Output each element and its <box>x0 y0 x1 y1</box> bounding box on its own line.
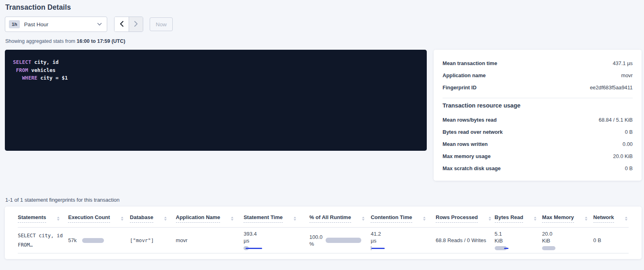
table-header-row: Statements Execution Count Database Appl… <box>18 214 629 228</box>
contention-value: 41.2 <box>371 230 431 237</box>
summary-label: Mean transaction time <box>443 60 497 66</box>
transaction-details-page: Transaction Details 1h Past Hour Now Sho… <box>0 0 644 263</box>
runtime-value: 100.0 <box>309 234 323 240</box>
next-time-button[interactable] <box>129 17 143 32</box>
sort-icon[interactable] <box>489 217 491 221</box>
cell-application-name: movr <box>176 228 244 253</box>
contention-bar <box>371 246 389 250</box>
summary-value: movr <box>621 72 633 78</box>
statements-caption: 1-1 of 1 statement fingerprints for this… <box>5 197 642 203</box>
bytes-read-unit: KiB <box>495 237 537 244</box>
statements-table: Statements Execution Count Database Appl… <box>18 214 629 253</box>
now-button[interactable]: Now <box>150 17 173 31</box>
sql-line: SELECT city, id <box>13 58 419 66</box>
sort-icon[interactable] <box>423 217 426 221</box>
sql-keyword: WHERE <box>22 75 38 81</box>
cell-contention-time: 41.2 µs <box>371 228 436 253</box>
summary-label: Max memory usage <box>443 153 491 159</box>
time-range-dropdown[interactable]: 1h Past Hour <box>5 17 107 32</box>
column-header-statements[interactable]: Statements <box>18 214 68 228</box>
cell-rows-processed: 68.8 Reads / 0 Writes <box>436 228 495 253</box>
summary-value: 68.84 / 5.1 KiB <box>599 117 633 123</box>
stats-caption: Showing aggregated stats from 16:00 to 1… <box>5 38 642 44</box>
summary-label: Bytes read over network <box>443 129 503 135</box>
max-memory-unit: KiB <box>542 237 589 244</box>
prev-time-button[interactable] <box>114 17 129 32</box>
cell-execution-count: 57k <box>68 228 130 253</box>
column-header-bytes-read[interactable]: Bytes Read <box>495 214 542 228</box>
sort-icon[interactable] <box>294 217 296 221</box>
cell-statement: SELECT city, id FROM… <box>18 228 68 253</box>
summary-row: Fingerprint ID ee2df683f5aa9411 <box>443 81 633 93</box>
summary-value: 437.1 µs <box>613 60 633 66</box>
max-memory-value: 20.0 <box>542 230 589 237</box>
summary-label: Mean rows/bytes read <box>443 117 497 123</box>
sort-icon[interactable] <box>534 217 536 221</box>
sql-indent <box>13 75 22 81</box>
sql-text: city = $1 <box>37 75 68 81</box>
sql-line: FROM vehicles <box>13 66 419 74</box>
chevron-down-icon <box>97 23 102 26</box>
chevron-left-icon <box>119 21 124 28</box>
column-header-execution-count[interactable]: Execution Count <box>68 214 130 228</box>
summary-row: Max scratch disk usage 0 B <box>443 162 633 174</box>
time-controls: 1h Past Hour Now <box>5 17 642 32</box>
summary-value: 20.0 KiB <box>613 153 633 159</box>
time-range-badge: 1h <box>9 20 20 28</box>
sql-box: SELECT city, id FROM vehicles WHERE city… <box>5 50 427 151</box>
column-header-runtime-pct[interactable]: % of All Runtime <box>309 214 371 228</box>
chevron-right-icon <box>134 21 138 28</box>
summary-row: Max memory usage 20.0 KiB <box>443 150 633 162</box>
runtime-bar <box>326 238 361 243</box>
network-value: 0 B <box>593 237 602 243</box>
summary-row: Bytes read over network 0 B <box>443 126 633 138</box>
sort-icon[interactable] <box>362 217 364 221</box>
resource-usage-title: Transaction resource usage <box>443 102 633 109</box>
sql-text: vehicles <box>28 67 56 73</box>
sort-icon[interactable] <box>164 217 167 221</box>
cell-max-memory: 20.0 KiB <box>542 228 593 253</box>
application-name-value: movr <box>176 237 188 243</box>
column-header-application-name[interactable]: Application Name <box>176 214 244 228</box>
summary-value: ee2df683f5aa9411 <box>590 84 633 91</box>
sort-icon[interactable] <box>121 217 123 221</box>
column-header-contention-time[interactable]: Contention Time <box>371 214 436 228</box>
sql-keyword: SELECT <box>13 59 31 65</box>
time-range-label: Past Hour <box>24 21 97 27</box>
statement-time-bar <box>244 246 262 250</box>
cell-bytes-read: 5.1 KiB <box>495 228 542 253</box>
table-row: SELECT city, id FROM… 57k ["movr"] movr <box>18 228 629 253</box>
sort-icon[interactable] <box>231 217 233 221</box>
execution-count-value: 57k <box>68 237 76 243</box>
runtime-unit: % <box>309 240 323 247</box>
stats-caption-prefix: Showing aggregated stats from <box>5 38 77 44</box>
column-header-max-memory[interactable]: Max Memory <box>542 214 593 228</box>
sql-line: WHERE city = $1 <box>13 74 419 82</box>
cell-database: ["movr"] <box>130 228 176 253</box>
statement-time-unit: µs <box>244 237 305 244</box>
contention-unit: µs <box>371 237 431 244</box>
time-step-buttons <box>114 17 143 32</box>
column-header-network[interactable]: Network <box>593 214 629 228</box>
sort-icon[interactable] <box>585 217 587 221</box>
cell-statement-time: 393.4 µs <box>244 228 309 253</box>
column-header-database[interactable]: Database <box>130 214 176 228</box>
summary-card: Mean transaction time 437.1 µs Applicati… <box>434 50 642 181</box>
sql-keyword: FROM <box>16 67 28 73</box>
summary-row: Application name movr <box>443 69 633 81</box>
column-header-statement-time[interactable]: Statement Time <box>244 214 309 228</box>
summary-label: Application name <box>443 72 486 78</box>
bytes-read-value: 5.1 <box>495 230 537 237</box>
statement-link[interactable]: SELECT city, id FROM… <box>18 231 63 250</box>
summary-row: Mean rows written 0.00 <box>443 138 633 150</box>
sort-icon[interactable] <box>57 217 59 221</box>
statements-table-card: Statements Execution Count Database Appl… <box>5 207 642 259</box>
execution-count-bar <box>82 238 104 243</box>
summary-row: Mean transaction time 437.1 µs <box>443 57 633 69</box>
summary-value: 0 B <box>625 129 633 135</box>
main-row: SELECT city, id FROM vehicles WHERE city… <box>5 50 642 181</box>
column-header-rows-processed[interactable]: Rows Processed <box>436 214 495 228</box>
summary-value: 0 B <box>625 165 633 171</box>
divider <box>443 98 633 98</box>
sort-icon[interactable] <box>625 217 627 221</box>
